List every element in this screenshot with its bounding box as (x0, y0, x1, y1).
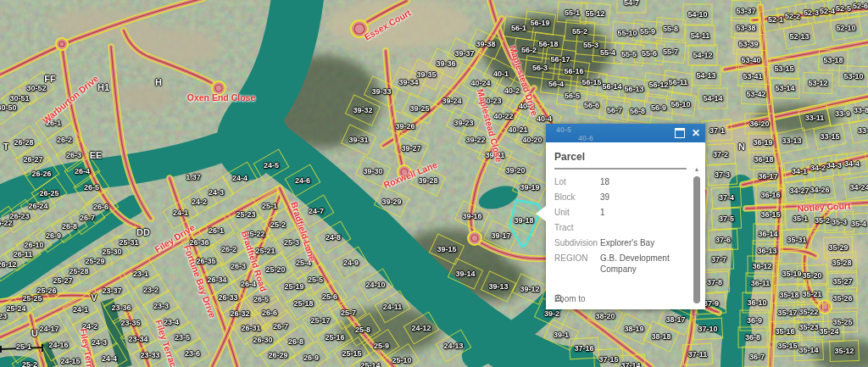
lot-label[interactable]: 26-9 (46, 231, 61, 240)
lot-label[interactable]: 35-31 (787, 236, 806, 244)
lot-label[interactable]: 26-8 (288, 337, 303, 346)
lot-label[interactable]: 34-27 (789, 186, 809, 195)
lot-label[interactable]: 52-10 (836, 24, 855, 32)
lot-label[interactable]: 37-1 (709, 126, 725, 135)
lot-label[interactable]: 39-32 (353, 106, 372, 114)
lot-label[interactable]: 26-32 (230, 309, 249, 318)
lot-label[interactable]: 35-23 (798, 323, 818, 331)
lot-label[interactable]: 26-31 (241, 324, 260, 332)
lot-label[interactable]: 26-7 (273, 322, 288, 331)
lot-label[interactable]: 39-37 (454, 49, 474, 58)
lot-label[interactable]: 25-5 (308, 275, 323, 284)
lot-label[interactable]: 25-9 (374, 342, 389, 350)
lot-label[interactable]: 24-15 (60, 357, 80, 365)
lot-label[interactable]: 55-4 (600, 48, 615, 57)
lot-label[interactable]: 25-18 (293, 299, 313, 308)
lot-label[interactable]: 26-4 (75, 167, 90, 175)
lot-label[interactable]: 56-5 (565, 92, 580, 100)
lot-label[interactable]: 39-29 (381, 197, 401, 206)
lot-label[interactable]: 54-14 (703, 94, 722, 103)
lot-label[interactable]: 26-2 (221, 245, 236, 253)
lot-label[interactable]: 23-1 (133, 270, 148, 278)
lot-label[interactable]: 33-11 (805, 114, 825, 122)
lot-label[interactable]: 24-10 (365, 281, 385, 289)
lot-label[interactable]: 54-7 (624, 0, 639, 7)
lot-label[interactable]: 25-16 (325, 333, 344, 342)
popup-titlebar[interactable]: 40-540-6 ✕ (546, 124, 705, 142)
lot-label[interactable]: 33-1 (858, 126, 868, 135)
lot-label[interactable]: 25-25 (22, 294, 42, 303)
lot-label[interactable]: 33-9 (835, 109, 850, 118)
lot-label[interactable]: 39-22 (465, 136, 485, 144)
lot-label[interactable]: 26-30 (253, 336, 272, 344)
lot-label[interactable]: 26-10 (24, 241, 43, 249)
lot-label[interactable]: 39-26 (395, 122, 415, 131)
lot-label[interactable]: 53-40 (741, 56, 760, 64)
lot-label[interactable]: 54-13 (696, 71, 715, 80)
lot-label[interactable]: 54-10 (687, 10, 707, 19)
lot-label[interactable]: 24-4 (232, 174, 248, 182)
lot-label[interactable]: 26-22 (0, 219, 13, 227)
lot-label[interactable]: 25-24 (6, 304, 25, 313)
lot-label[interactable]: 26-34 (207, 275, 226, 284)
lot-label[interactable]: 25-21 (255, 247, 275, 255)
lot-label[interactable]: 39-19 (520, 183, 539, 192)
lot-label[interactable]: 35-16 (775, 327, 794, 336)
zoom-to-link[interactable]: Zoom to (554, 294, 586, 303)
lot-label[interactable]: 39-28 (418, 176, 437, 185)
lot-label[interactable]: 55-1 (565, 8, 580, 17)
lot-label[interactable]: 56-3 (532, 64, 548, 72)
lot-label[interactable]: 39-23 (453, 119, 473, 127)
lot-label[interactable]: 37-2 (713, 150, 728, 158)
lot-label[interactable]: 56-15 (581, 78, 601, 86)
lot-label[interactable]: 26-6 (262, 309, 277, 317)
lot-label[interactable]: 37-14 (620, 361, 640, 367)
lot-label[interactable]: 39-31 (348, 136, 368, 144)
lot-label[interactable]: 30-52 (26, 84, 46, 92)
lot-label[interactable]: 39-20 (505, 166, 525, 175)
lot-label[interactable]: 37-16 (574, 344, 593, 353)
lot-label[interactable]: 25-30 (102, 247, 121, 256)
lot-label[interactable]: 23-6 (185, 349, 200, 358)
lot-label[interactable]: 36-7 (749, 353, 765, 361)
lot-label[interactable]: 37-8 (707, 278, 722, 286)
lot-label[interactable]: 26-8 (62, 222, 77, 231)
lot-label[interactable]: 35-19 (782, 270, 801, 278)
lot-label[interactable]: 26-33 (218, 293, 237, 302)
lot-label[interactable]: 36-9 (747, 316, 762, 325)
lot-label[interactable]: 24-11 (383, 303, 403, 311)
lot-label[interactable]: 26-3 (231, 262, 246, 270)
lot-label[interactable]: 56-12 (648, 81, 668, 89)
lot-label[interactable]: 56-10 (670, 100, 690, 108)
lot-label[interactable]: 25-1 (262, 202, 277, 210)
lot-label[interactable]: 24-1 (73, 305, 88, 314)
lot-label[interactable]: 53-15 (774, 64, 793, 73)
lot-label[interactable]: 39-2 (544, 309, 559, 318)
lot-label[interactable]: 39-15 (437, 245, 456, 253)
lot-label[interactable]: 25-3 (284, 238, 299, 247)
lot-label[interactable]: 56-13 (624, 85, 643, 93)
lot-label[interactable]: 33-13 (782, 136, 801, 145)
lot-label[interactable]: 30-50 (0, 103, 17, 112)
lot-label[interactable]: 25-14 (360, 361, 380, 367)
lot-label[interactable]: 36-13 (757, 247, 776, 255)
lot-label[interactable]: 55-10 (617, 29, 637, 37)
lot-label[interactable]: 38-18 (651, 332, 670, 341)
lot-label[interactable]: 53-38 (736, 24, 755, 32)
lot-label[interactable]: 56-18 (538, 40, 558, 48)
maximize-icon[interactable] (675, 128, 685, 138)
lot-label[interactable]: 52-5 (836, 4, 851, 13)
lot-label[interactable]: 26-12 (0, 260, 17, 269)
lot-label[interactable]: 34-1 (792, 167, 807, 175)
lot-label[interactable]: 26-24 (28, 202, 47, 210)
lot-label[interactable]: 26-4 (241, 280, 256, 288)
lot-label[interactable]: 36-20 (749, 120, 769, 128)
lot-label[interactable]: 38-20 (595, 312, 615, 320)
lot-label[interactable]: 39-12 (520, 285, 539, 293)
lot-label[interactable]: 39-36 (436, 59, 455, 68)
lot-label[interactable]: 40-20 (522, 136, 542, 144)
lot-label[interactable]: 24-8 (326, 233, 341, 242)
lot-label[interactable]: 34-24 (849, 183, 868, 192)
lot-label[interactable]: 36-10 (747, 298, 766, 307)
lot-label[interactable]: 26-3 (66, 151, 81, 159)
